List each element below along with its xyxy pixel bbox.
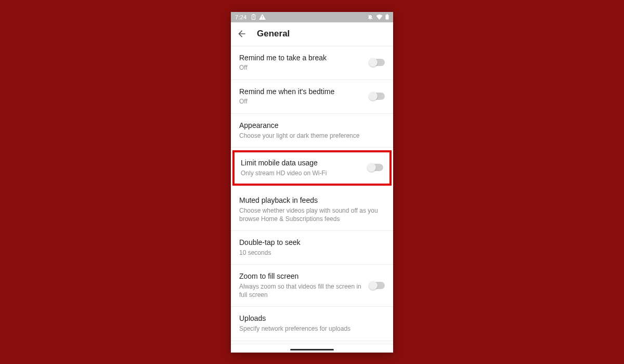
row-subtitle: Off — [239, 63, 364, 72]
row-remind-bedtime[interactable]: Remind me when it's bedtime Off — [231, 80, 393, 114]
status-time: 7:24 — [235, 14, 247, 20]
battery-warn-icon — [251, 14, 256, 20]
status-bar: 7:24 — [231, 12, 393, 22]
svg-rect-3 — [253, 18, 254, 19]
row-subtitle: 10 seconds — [239, 249, 385, 257]
row-double-tap-seek[interactable]: Double-tap to seek 10 seconds — [231, 231, 393, 265]
row-subtitle: Only stream HD video on Wi-Fi — [241, 169, 362, 177]
settings-list: Remind me to take a break Off Remind me … — [231, 46, 393, 353]
row-zoom-fill[interactable]: Zoom to fill screen Always zoom so that … — [231, 265, 393, 307]
row-title: Limit mobile data usage — [241, 158, 362, 168]
row-title: Uploads — [239, 314, 385, 323]
row-limit-data[interactable]: Limit mobile data usage Only stream HD v… — [235, 152, 389, 184]
nav-home-indicator[interactable] — [290, 349, 334, 350]
row-title: Remind me when it's bedtime — [239, 87, 364, 97]
next-row-peek — [231, 341, 393, 344]
row-muted-playback[interactable]: Muted playback in feeds Choose whether v… — [231, 189, 393, 231]
phone-frame: 7:24 General — [231, 12, 393, 353]
row-title: Appearance — [239, 121, 385, 131]
back-button[interactable] — [236, 28, 248, 40]
svg-rect-5 — [262, 18, 263, 19]
row-appearance[interactable]: Appearance Choose your light or dark the… — [231, 114, 393, 148]
dnd-icon — [367, 14, 373, 20]
highlight-limit-data: Limit mobile data usage Only stream HD v… — [232, 150, 392, 186]
svg-rect-1 — [253, 14, 254, 15]
toggle-zoom-fill[interactable] — [369, 282, 385, 289]
row-remind-break[interactable]: Remind me to take a break Off — [231, 46, 393, 80]
row-title: Double-tap to seek — [239, 238, 385, 248]
row-title: Zoom to fill screen — [239, 271, 364, 281]
row-subtitle: Choose whether videos play with sound of… — [239, 206, 385, 223]
status-right-icons — [367, 14, 389, 20]
row-subtitle: Choose your light or dark theme preferen… — [239, 132, 385, 140]
toggle-limit-data[interactable] — [368, 164, 383, 171]
toggle-remind-bedtime[interactable] — [369, 93, 385, 100]
app-bar: General — [231, 22, 393, 46]
battery-icon — [385, 14, 389, 20]
arrow-left-icon — [237, 29, 247, 39]
status-left-icons — [251, 14, 266, 20]
svg-rect-6 — [386, 15, 389, 20]
wifi-icon — [376, 15, 383, 20]
svg-rect-7 — [387, 14, 388, 15]
page-title: General — [257, 29, 290, 39]
row-uploads[interactable]: Uploads Specify network preferences for … — [231, 307, 393, 341]
row-title: Remind me to take a break — [239, 53, 364, 63]
row-subtitle: Specify network preferences for uploads — [239, 324, 385, 333]
row-title: Muted playback in feeds — [239, 196, 385, 205]
row-subtitle: Always zoom so that videos fill the scre… — [239, 282, 364, 299]
toggle-remind-break[interactable] — [369, 59, 385, 66]
row-subtitle: Off — [239, 97, 364, 106]
warning-icon — [259, 14, 266, 20]
svg-rect-2 — [253, 16, 254, 18]
svg-rect-4 — [262, 16, 263, 18]
